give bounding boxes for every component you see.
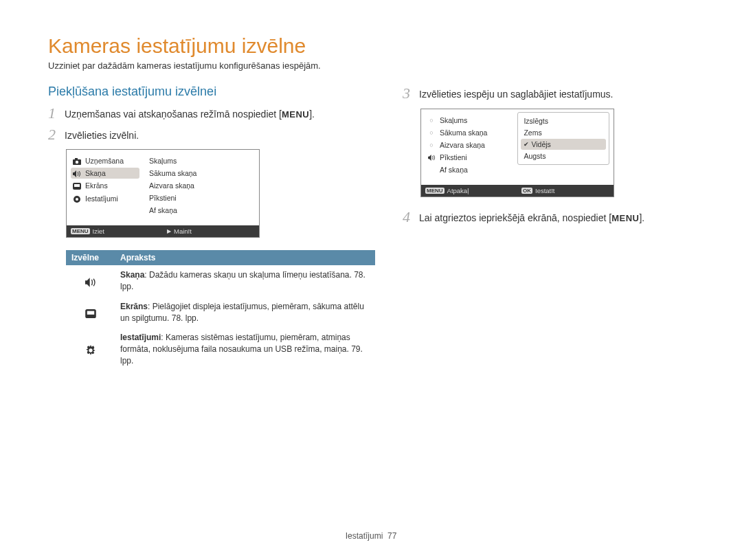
step-3-text: Izvēlieties iespēju un saglabājiet iesta… xyxy=(419,86,614,102)
footer-action: Iestatīt xyxy=(535,187,555,194)
svg-rect-4 xyxy=(74,184,80,187)
step-2-text: Izvēlieties izvēlni. xyxy=(65,127,139,143)
menu-item: Uzņemšana xyxy=(85,157,124,165)
table-cell: Ekrāns: Pielāgojiet displeja iestatījumu… xyxy=(115,297,375,328)
submenu-item: Pīkstieni xyxy=(149,194,177,202)
radio-icon: ○ xyxy=(427,117,436,124)
menu-item: Ekrāns xyxy=(85,181,108,190)
table-header-desc: Apraksts xyxy=(115,250,375,265)
menu-button-label: MENU xyxy=(611,213,639,223)
display-icon xyxy=(85,306,96,318)
sound-icon xyxy=(85,275,96,287)
step-number: 2 xyxy=(48,127,65,142)
ok-key-icon: OK xyxy=(521,188,532,194)
svg-rect-1 xyxy=(75,158,78,160)
submenu-item: Skaļums xyxy=(440,116,467,124)
svg-rect-8 xyxy=(87,311,93,314)
section-heading: Piekļūšana iestatījumu izvēlnei xyxy=(48,85,375,99)
description-table: Izvēlne Apraksts Skaņa: Dažādu kameras s… xyxy=(66,250,375,371)
submenu-item: Af skaņa xyxy=(149,206,177,214)
table-cell: Iestatījumi: Kameras sistēmas iestatījum… xyxy=(115,328,375,370)
camera-icon xyxy=(72,157,82,165)
svg-point-6 xyxy=(76,198,78,201)
menu-key-icon: MENU xyxy=(425,188,445,194)
page-subtitle: Uzziniet par dažādām kameras iestatījumu… xyxy=(48,60,694,71)
step-4-text: Lai atgrieztos iepriekšējā ekrānā, nospi… xyxy=(419,210,644,225)
footer-action: Atpakaļ xyxy=(447,187,469,194)
play-icon: ▶ xyxy=(167,228,171,234)
step-number: 3 xyxy=(403,86,419,101)
table-row: Skaņa: Dažādu kameras skaņu un skaļuma l… xyxy=(66,265,375,297)
footer-action: Mainīt xyxy=(174,227,192,235)
lcd-screenshot-1: Uzņemšana Skaņa Ekrāns Iestatījumi Skaļu… xyxy=(66,149,260,238)
submenu-item: Sākuma skaņa xyxy=(440,128,487,137)
option-item: Zems xyxy=(521,127,606,138)
step-number: 4 xyxy=(403,210,419,225)
submenu-item: Af skaņa xyxy=(440,166,468,174)
display-icon xyxy=(72,181,82,190)
option-item: Augsts xyxy=(521,150,606,161)
radio-icon: ○ xyxy=(427,129,436,136)
menu-button-label: MENU xyxy=(282,109,309,120)
option-item-selected: Vidējs xyxy=(521,139,606,150)
submenu-item: Aizvara skaņa xyxy=(149,181,194,190)
submenu-item: Sākuma skaņa xyxy=(149,169,196,177)
table-cell: Skaņa: Dažādu kameras skaņu un skaļuma l… xyxy=(115,265,375,297)
gear-icon xyxy=(72,194,82,203)
option-item: Izslēgts xyxy=(521,115,606,126)
menu-item: Iestatījumi xyxy=(85,194,118,203)
svg-point-9 xyxy=(89,348,92,352)
page-title: Kameras iestatījumu izvēlne xyxy=(48,34,694,58)
sound-icon xyxy=(72,169,82,177)
svg-point-2 xyxy=(76,161,78,164)
gear-icon xyxy=(85,344,96,355)
table-row: Iestatījumi: Kameras sistēmas iestatījum… xyxy=(66,328,375,370)
submenu-item: Aizvara skaņa xyxy=(440,141,485,149)
menu-key-icon: MENU xyxy=(71,228,90,234)
step-number: 1 xyxy=(48,106,65,121)
radio-icon: ○ xyxy=(427,142,436,148)
submenu-item: Pīkstieni xyxy=(440,153,467,161)
footer-action: Iziet xyxy=(93,227,104,235)
menu-item: Skaņa xyxy=(85,169,106,177)
step-1-text: Uzņemšanas vai atskaņošanas režīmā nospi… xyxy=(65,106,315,122)
sound-icon xyxy=(427,154,436,161)
submenu-item: Skaļums xyxy=(149,157,177,165)
table-row: Ekrāns: Pielāgojiet displeja iestatījumu… xyxy=(66,297,375,328)
page-footer: Iestatījumi 77 xyxy=(0,531,742,541)
table-header-menu: Izvēlne xyxy=(66,250,115,265)
lcd-screenshot-2: ○Skaļums ○Sākuma skaņa ○Aizvara skaņa Pī… xyxy=(420,109,614,197)
